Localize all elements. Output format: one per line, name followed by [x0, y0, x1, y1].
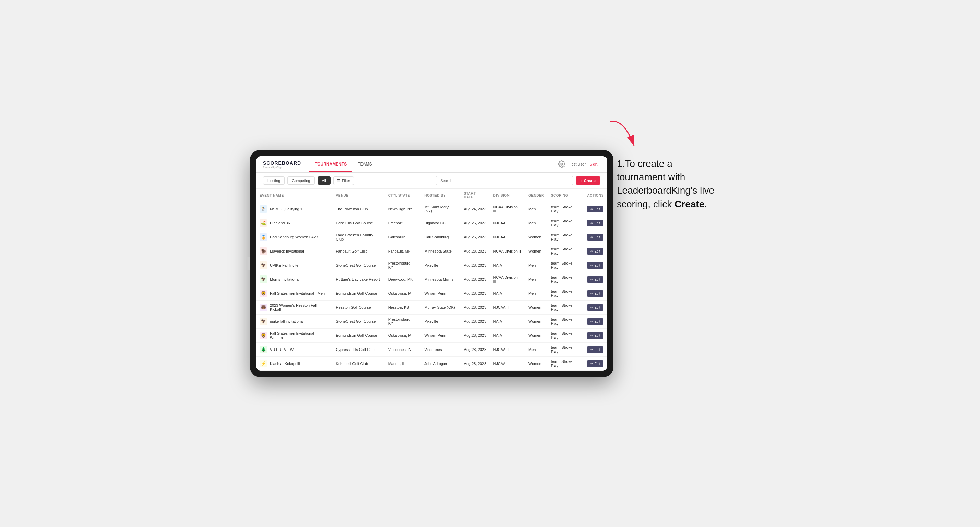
hosting-button[interactable]: Hosting — [263, 176, 285, 185]
table-container: EVENT NAME VENUE CITY, STATE HOSTED BY S… — [256, 189, 607, 371]
cell-gender: Women — [525, 244, 547, 258]
event-name-text: Highland 36 — [270, 221, 290, 225]
edit-button[interactable]: ✏ Edit — [587, 290, 603, 297]
cell-hosted: Carl Sandburg — [421, 230, 460, 244]
cell-event-name: 🦅 UPIKE Fall Invite — [256, 258, 332, 272]
edit-button[interactable]: ✏ Edit — [587, 234, 603, 241]
logo-text: SCOREBOARD — [263, 160, 301, 166]
cell-actions: ✏ Edit — [584, 329, 607, 343]
edit-button[interactable]: ✏ Edit — [587, 262, 603, 269]
cell-city: Faribault, MN — [385, 244, 421, 258]
edit-button[interactable]: ✏ Edit — [587, 318, 603, 325]
cell-actions: ✏ Edit — [584, 272, 607, 286]
edit-button[interactable]: ✏ Edit — [587, 332, 603, 339]
team-icon: ⛳ — [259, 219, 267, 227]
event-name-text: VU PREVIEW — [270, 348, 294, 352]
cell-hosted: William Penn — [421, 329, 460, 343]
cell-division: NCAA Division III — [490, 272, 525, 286]
cell-city: Newburgh, NY — [385, 202, 421, 216]
edit-button[interactable]: ✏ Edit — [587, 220, 603, 227]
nav-teams[interactable]: TEAMS — [352, 157, 377, 172]
table-row: 🦁 Fall Statesmen Invitational - Women Ed… — [256, 329, 607, 343]
cell-venue: StoneCrest Golf Course — [332, 314, 385, 329]
user-label: Test User — [570, 162, 585, 166]
cell-actions: ✏ Edit — [584, 202, 607, 216]
cell-date: Aug 24, 2023 — [460, 202, 490, 216]
edit-button[interactable]: ✏ Edit — [587, 206, 603, 213]
cell-hosted: Murray State (OK) — [421, 300, 460, 314]
tablet-device: SCOREBOARD Powered by Clippit TOURNAMENT… — [250, 150, 613, 377]
team-icon: 🦁 — [259, 289, 267, 297]
cell-venue: Hesston Golf Course — [332, 300, 385, 314]
cell-date: Aug 28, 2023 — [460, 357, 490, 371]
cell-date: Aug 28, 2023 — [460, 343, 490, 357]
edit-button[interactable]: ✏ Edit — [587, 304, 603, 311]
create-button[interactable]: + Create — [576, 176, 600, 185]
cell-event-name: 🦁 Fall Statesmen Invitational - Women — [256, 329, 332, 343]
cell-division: NCAA Division III — [490, 202, 525, 216]
edit-button[interactable]: ✏ Edit — [587, 360, 603, 367]
edit-button[interactable]: ✏ Edit — [587, 276, 603, 283]
cell-venue: Lake Bracken Country Club — [332, 230, 385, 244]
cell-actions: ✏ Edit — [584, 216, 607, 230]
cell-gender: Men — [525, 286, 547, 300]
cell-hosted: Vincennes — [421, 343, 460, 357]
competing-button[interactable]: Competing — [287, 176, 315, 185]
cell-division: NCAA Division II — [490, 244, 525, 258]
cell-scoring: team, Stroke Play — [547, 272, 584, 286]
cell-venue: Kokopelli Golf Club — [332, 357, 385, 371]
cell-actions: ✏ Edit — [584, 300, 607, 314]
annotation-bold: Create — [675, 199, 704, 210]
team-icon: 🦬 — [259, 248, 267, 255]
col-event-name: EVENT NAME — [256, 189, 332, 202]
cell-event-name: 🐻 2023 Women's Hesston Fall Kickoff — [256, 300, 332, 314]
filter-button[interactable]: ☰ Filter — [333, 176, 354, 185]
cell-scoring: team, Stroke Play — [547, 216, 584, 230]
cell-actions: ✏ Edit — [584, 357, 607, 371]
cell-venue: Edmundson Golf Course — [332, 329, 385, 343]
cell-date: Aug 28, 2023 — [460, 258, 490, 272]
annotation-text: 1.To create a tournament with Leaderboar… — [617, 157, 723, 211]
edit-button[interactable]: ✏ Edit — [587, 346, 603, 353]
team-icon: ⚡ — [259, 360, 267, 367]
event-name-text: 2023 Women's Hesston Fall Kickoff — [270, 303, 329, 311]
cell-city: Vincennes, IN — [385, 343, 421, 357]
table-row: 🦅 UPIKE Fall Invite StoneCrest Golf Cour… — [256, 258, 607, 272]
sign-link[interactable]: Sign... — [590, 162, 600, 166]
all-button[interactable]: All — [318, 176, 331, 185]
cell-city: Galesburg, IL — [385, 230, 421, 244]
side-tab — [247, 257, 250, 270]
cell-venue: Edmundson Golf Course — [332, 286, 385, 300]
event-name-text: MSMC Qualifying 1 — [270, 207, 302, 211]
cell-hosted: Minnesota-Morris — [421, 272, 460, 286]
table-row: 🦬 Maverick Invitational Faribault Golf C… — [256, 244, 607, 258]
cell-hosted: Pikeville — [421, 258, 460, 272]
event-name-text: upike fall invitational — [270, 319, 304, 324]
nav-tournaments[interactable]: TOURNAMENTS — [309, 157, 352, 172]
logo-sub: Powered by Clippit — [263, 166, 301, 168]
search-input[interactable] — [436, 176, 573, 185]
cell-division: NAIA — [490, 314, 525, 329]
col-scoring: SCORING — [547, 189, 584, 202]
cell-gender: Men — [525, 343, 547, 357]
filter-label: Filter — [342, 179, 350, 183]
page-wrapper: SCOREBOARD Powered by Clippit TOURNAMENT… — [250, 150, 730, 377]
cell-gender: Men — [525, 272, 547, 286]
toolbar: Hosting Competing All ☰ Filter + Create — [256, 173, 607, 189]
cell-venue: Park Hills Golf Course — [332, 216, 385, 230]
team-icon: 🦅 — [259, 276, 267, 283]
svg-point-0 — [561, 163, 563, 165]
gear-icon[interactable] — [558, 160, 565, 168]
team-icon: 🐻 — [259, 303, 267, 311]
cell-event-name: 🦬 Maverick Invitational — [256, 244, 332, 258]
tablet-screen: SCOREBOARD Powered by Clippit TOURNAMENT… — [256, 156, 607, 371]
cell-date: Aug 25, 2023 — [460, 216, 490, 230]
cell-hosted: Mt. Saint Mary (NY) — [421, 202, 460, 216]
cell-city: Freeport, IL — [385, 216, 421, 230]
cell-scoring: team, Stroke Play — [547, 300, 584, 314]
filter-icon: ☰ — [337, 179, 340, 183]
cell-division: NJCAA I — [490, 216, 525, 230]
table-row: 🦅 Morris Invitational Ruttger's Bay Lake… — [256, 272, 607, 286]
table-row: 🦅 upike fall invitational StoneCrest Gol… — [256, 314, 607, 329]
edit-button[interactable]: ✏ Edit — [587, 248, 603, 255]
